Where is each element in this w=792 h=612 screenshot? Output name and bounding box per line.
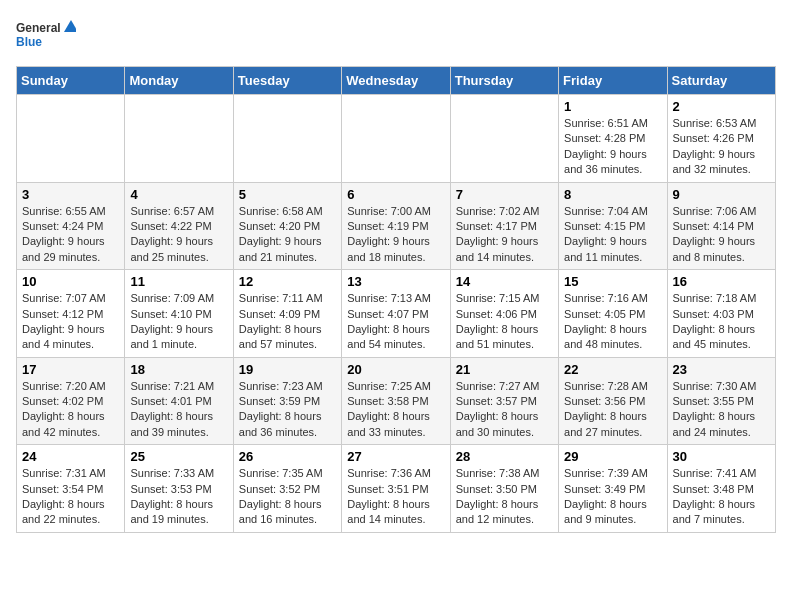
day-header-thursday: Thursday	[450, 67, 558, 95]
calendar-cell: 26Sunrise: 7:35 AM Sunset: 3:52 PM Dayli…	[233, 445, 341, 533]
day-number: 3	[22, 187, 119, 202]
day-number: 11	[130, 274, 227, 289]
day-number: 1	[564, 99, 661, 114]
calendar-cell: 13Sunrise: 7:13 AM Sunset: 4:07 PM Dayli…	[342, 270, 450, 358]
day-number: 18	[130, 362, 227, 377]
day-info: Sunrise: 7:25 AM Sunset: 3:58 PM Dayligh…	[347, 379, 444, 441]
day-number: 20	[347, 362, 444, 377]
day-header-saturday: Saturday	[667, 67, 775, 95]
day-number: 21	[456, 362, 553, 377]
calendar-week-row: 3Sunrise: 6:55 AM Sunset: 4:24 PM Daylig…	[17, 182, 776, 270]
calendar-cell: 12Sunrise: 7:11 AM Sunset: 4:09 PM Dayli…	[233, 270, 341, 358]
calendar-cell: 24Sunrise: 7:31 AM Sunset: 3:54 PM Dayli…	[17, 445, 125, 533]
day-info: Sunrise: 7:23 AM Sunset: 3:59 PM Dayligh…	[239, 379, 336, 441]
calendar-cell: 2Sunrise: 6:53 AM Sunset: 4:26 PM Daylig…	[667, 95, 775, 183]
svg-text:Blue: Blue	[16, 35, 42, 49]
day-number: 30	[673, 449, 770, 464]
day-info: Sunrise: 7:11 AM Sunset: 4:09 PM Dayligh…	[239, 291, 336, 353]
day-number: 12	[239, 274, 336, 289]
day-info: Sunrise: 7:13 AM Sunset: 4:07 PM Dayligh…	[347, 291, 444, 353]
day-info: Sunrise: 7:35 AM Sunset: 3:52 PM Dayligh…	[239, 466, 336, 528]
day-info: Sunrise: 7:02 AM Sunset: 4:17 PM Dayligh…	[456, 204, 553, 266]
day-number: 8	[564, 187, 661, 202]
day-info: Sunrise: 7:15 AM Sunset: 4:06 PM Dayligh…	[456, 291, 553, 353]
calendar-cell: 21Sunrise: 7:27 AM Sunset: 3:57 PM Dayli…	[450, 357, 558, 445]
calendar-cell	[125, 95, 233, 183]
day-info: Sunrise: 6:57 AM Sunset: 4:22 PM Dayligh…	[130, 204, 227, 266]
calendar-cell	[342, 95, 450, 183]
calendar-cell: 29Sunrise: 7:39 AM Sunset: 3:49 PM Dayli…	[559, 445, 667, 533]
calendar-cell: 15Sunrise: 7:16 AM Sunset: 4:05 PM Dayli…	[559, 270, 667, 358]
day-header-wednesday: Wednesday	[342, 67, 450, 95]
svg-marker-2	[64, 20, 76, 32]
day-info: Sunrise: 7:28 AM Sunset: 3:56 PM Dayligh…	[564, 379, 661, 441]
day-info: Sunrise: 6:55 AM Sunset: 4:24 PM Dayligh…	[22, 204, 119, 266]
day-header-tuesday: Tuesday	[233, 67, 341, 95]
day-header-monday: Monday	[125, 67, 233, 95]
day-info: Sunrise: 7:09 AM Sunset: 4:10 PM Dayligh…	[130, 291, 227, 353]
calendar-week-row: 24Sunrise: 7:31 AM Sunset: 3:54 PM Dayli…	[17, 445, 776, 533]
day-info: Sunrise: 7:20 AM Sunset: 4:02 PM Dayligh…	[22, 379, 119, 441]
day-info: Sunrise: 7:04 AM Sunset: 4:15 PM Dayligh…	[564, 204, 661, 266]
calendar-cell: 22Sunrise: 7:28 AM Sunset: 3:56 PM Dayli…	[559, 357, 667, 445]
day-number: 26	[239, 449, 336, 464]
calendar-cell: 27Sunrise: 7:36 AM Sunset: 3:51 PM Dayli…	[342, 445, 450, 533]
day-info: Sunrise: 7:39 AM Sunset: 3:49 PM Dayligh…	[564, 466, 661, 528]
day-info: Sunrise: 7:41 AM Sunset: 3:48 PM Dayligh…	[673, 466, 770, 528]
day-number: 10	[22, 274, 119, 289]
day-number: 29	[564, 449, 661, 464]
day-number: 13	[347, 274, 444, 289]
day-header-sunday: Sunday	[17, 67, 125, 95]
day-number: 6	[347, 187, 444, 202]
day-number: 22	[564, 362, 661, 377]
svg-text:General: General	[16, 21, 61, 35]
day-number: 14	[456, 274, 553, 289]
day-info: Sunrise: 7:06 AM Sunset: 4:14 PM Dayligh…	[673, 204, 770, 266]
day-info: Sunrise: 7:31 AM Sunset: 3:54 PM Dayligh…	[22, 466, 119, 528]
day-info: Sunrise: 7:18 AM Sunset: 4:03 PM Dayligh…	[673, 291, 770, 353]
day-number: 9	[673, 187, 770, 202]
day-number: 16	[673, 274, 770, 289]
calendar-cell: 5Sunrise: 6:58 AM Sunset: 4:20 PM Daylig…	[233, 182, 341, 270]
day-number: 17	[22, 362, 119, 377]
logo: General Blue	[16, 16, 76, 56]
day-number: 4	[130, 187, 227, 202]
day-info: Sunrise: 6:51 AM Sunset: 4:28 PM Dayligh…	[564, 116, 661, 178]
day-info: Sunrise: 7:27 AM Sunset: 3:57 PM Dayligh…	[456, 379, 553, 441]
calendar-week-row: 1Sunrise: 6:51 AM Sunset: 4:28 PM Daylig…	[17, 95, 776, 183]
day-info: Sunrise: 7:33 AM Sunset: 3:53 PM Dayligh…	[130, 466, 227, 528]
calendar: SundayMondayTuesdayWednesdayThursdayFrid…	[16, 66, 776, 533]
calendar-cell: 11Sunrise: 7:09 AM Sunset: 4:10 PM Dayli…	[125, 270, 233, 358]
day-number: 25	[130, 449, 227, 464]
calendar-cell: 19Sunrise: 7:23 AM Sunset: 3:59 PM Dayli…	[233, 357, 341, 445]
day-number: 2	[673, 99, 770, 114]
calendar-cell: 6Sunrise: 7:00 AM Sunset: 4:19 PM Daylig…	[342, 182, 450, 270]
logo-svg: General Blue	[16, 16, 76, 56]
calendar-cell	[450, 95, 558, 183]
calendar-week-row: 10Sunrise: 7:07 AM Sunset: 4:12 PM Dayli…	[17, 270, 776, 358]
day-number: 24	[22, 449, 119, 464]
day-number: 23	[673, 362, 770, 377]
day-number: 7	[456, 187, 553, 202]
day-number: 27	[347, 449, 444, 464]
calendar-cell: 1Sunrise: 6:51 AM Sunset: 4:28 PM Daylig…	[559, 95, 667, 183]
calendar-cell: 16Sunrise: 7:18 AM Sunset: 4:03 PM Dayli…	[667, 270, 775, 358]
day-info: Sunrise: 7:38 AM Sunset: 3:50 PM Dayligh…	[456, 466, 553, 528]
day-number: 5	[239, 187, 336, 202]
calendar-cell: 17Sunrise: 7:20 AM Sunset: 4:02 PM Dayli…	[17, 357, 125, 445]
calendar-cell: 25Sunrise: 7:33 AM Sunset: 3:53 PM Dayli…	[125, 445, 233, 533]
day-number: 28	[456, 449, 553, 464]
day-info: Sunrise: 7:36 AM Sunset: 3:51 PM Dayligh…	[347, 466, 444, 528]
calendar-cell: 23Sunrise: 7:30 AM Sunset: 3:55 PM Dayli…	[667, 357, 775, 445]
calendar-cell	[233, 95, 341, 183]
calendar-cell: 8Sunrise: 7:04 AM Sunset: 4:15 PM Daylig…	[559, 182, 667, 270]
day-info: Sunrise: 7:16 AM Sunset: 4:05 PM Dayligh…	[564, 291, 661, 353]
calendar-cell: 4Sunrise: 6:57 AM Sunset: 4:22 PM Daylig…	[125, 182, 233, 270]
day-info: Sunrise: 7:21 AM Sunset: 4:01 PM Dayligh…	[130, 379, 227, 441]
day-info: Sunrise: 7:00 AM Sunset: 4:19 PM Dayligh…	[347, 204, 444, 266]
day-info: Sunrise: 7:30 AM Sunset: 3:55 PM Dayligh…	[673, 379, 770, 441]
day-info: Sunrise: 6:58 AM Sunset: 4:20 PM Dayligh…	[239, 204, 336, 266]
calendar-cell: 10Sunrise: 7:07 AM Sunset: 4:12 PM Dayli…	[17, 270, 125, 358]
day-info: Sunrise: 7:07 AM Sunset: 4:12 PM Dayligh…	[22, 291, 119, 353]
calendar-week-row: 17Sunrise: 7:20 AM Sunset: 4:02 PM Dayli…	[17, 357, 776, 445]
